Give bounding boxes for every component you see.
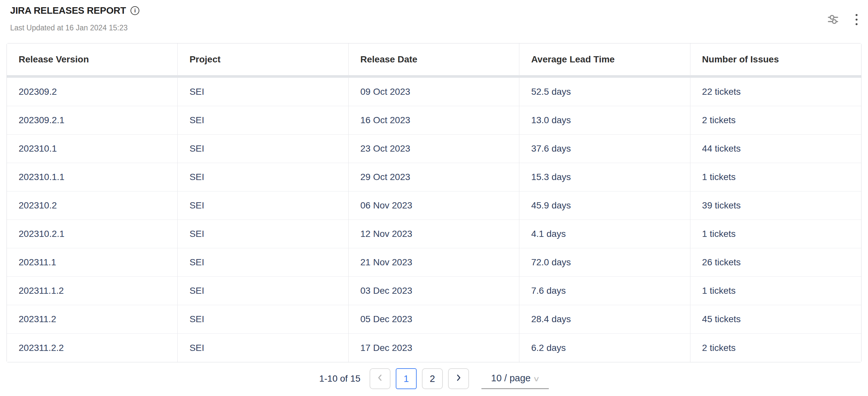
chevron-right-icon: [455, 373, 462, 384]
table-cell: 13.0 days: [519, 106, 690, 135]
table-body: 202309.2SEI09 Oct 202352.5 days22 ticket…: [7, 78, 861, 362]
table-cell: SEI: [178, 305, 348, 334]
table-cell: 1 tickets: [690, 220, 861, 248]
table-row: 202310.1.1SEI29 Oct 202315.3 days1 ticke…: [7, 163, 861, 192]
table-cell: 39 tickets: [690, 192, 861, 220]
table-cell: SEI: [178, 163, 348, 192]
table-cell: 202310.2.1: [7, 220, 178, 248]
table-row: 202310.2.1SEI12 Nov 20234.1 days1 ticket…: [7, 220, 861, 248]
table-cell: 52.5 days: [519, 78, 690, 106]
table-cell: 23 Oct 2023: [349, 135, 519, 163]
table-cell: 202311.2.2: [7, 334, 178, 362]
column-header-average-lead-time: Average Lead Time: [519, 43, 690, 78]
page-title: JIRA RELEASES REPORT: [10, 5, 126, 16]
table-cell: 1 tickets: [690, 277, 861, 305]
table-cell: SEI: [178, 192, 348, 220]
table-cell: 202310.2: [7, 192, 178, 220]
sliders-icon: [828, 14, 839, 26]
pagination-page-2-button[interactable]: 2: [422, 368, 443, 389]
table-cell: 28.4 days: [519, 305, 690, 334]
widget-actions: [828, 13, 860, 26]
table-cell: 202311.2: [7, 305, 178, 334]
table-cell: SEI: [178, 78, 348, 106]
page-size-label: 10 / page: [491, 373, 531, 384]
table-cell: 06 Nov 2023: [349, 192, 519, 220]
table-cell: 202311.1: [7, 248, 178, 277]
table-cell: 2 tickets: [690, 334, 861, 362]
table-cell: 37.6 days: [519, 135, 690, 163]
table-cell: 45 tickets: [690, 305, 861, 334]
table-cell: 15.3 days: [519, 163, 690, 192]
table-cell: 1 tickets: [690, 163, 861, 192]
column-header-release-version: Release Version: [7, 43, 178, 78]
table-cell: 72.0 days: [519, 248, 690, 277]
table-cell: 7.6 days: [519, 277, 690, 305]
table-cell: 2 tickets: [690, 106, 861, 135]
kebab-dot: [856, 19, 858, 21]
last-updated-label: Last Updated at 16 Jan 2024 15:23: [10, 24, 128, 32]
column-header-number-of-issues: Number of Issues: [690, 43, 861, 78]
report-header: JIRA RELEASES REPORT i: [10, 5, 139, 16]
table-row: 202309.2.1SEI16 Oct 202313.0 days2 ticke…: [7, 106, 861, 135]
table-cell: SEI: [178, 106, 348, 135]
chevron-down-icon: ∨: [533, 375, 540, 383]
table-cell: 05 Dec 2023: [349, 305, 519, 334]
table-cell: 29 Oct 2023: [349, 163, 519, 192]
chevron-left-icon: [376, 373, 384, 384]
releases-table-container: Release Version Project Release Date Ave…: [6, 43, 862, 362]
info-icon[interactable]: i: [130, 6, 139, 15]
table-cell: SEI: [178, 220, 348, 248]
pagination-range-label: 1-10 of 15: [319, 373, 361, 384]
column-header-project: Project: [178, 43, 348, 78]
table-row: 202310.1SEI23 Oct 202337.6 days44 ticket…: [7, 135, 861, 163]
table-cell: 202310.1.1: [7, 163, 178, 192]
table-cell: SEI: [178, 277, 348, 305]
table-cell: 12 Nov 2023: [349, 220, 519, 248]
table-cell: SEI: [178, 248, 348, 277]
table-cell: 09 Oct 2023: [349, 78, 519, 106]
table-header-row: Release Version Project Release Date Ave…: [7, 43, 861, 78]
table-row: 202310.2SEI06 Nov 202345.9 days39 ticket…: [7, 192, 861, 220]
table-cell: 4.1 days: [519, 220, 690, 248]
pagination: 1-10 of 15 1 2 10 / page ∨: [0, 368, 868, 389]
table-cell: 03 Dec 2023: [349, 277, 519, 305]
table-cell: SEI: [178, 334, 348, 362]
pagination-next-button[interactable]: [448, 368, 469, 389]
table-row: 202311.2SEI05 Dec 202328.4 days45 ticket…: [7, 305, 861, 334]
column-header-release-date: Release Date: [349, 43, 519, 78]
table-row: 202311.1.2SEI03 Dec 20237.6 days1 ticket…: [7, 277, 861, 305]
table-cell: 21 Nov 2023: [349, 248, 519, 277]
page-size-select[interactable]: 10 / page ∨: [482, 368, 549, 389]
table-cell: 202311.1.2: [7, 277, 178, 305]
releases-table: Release Version Project Release Date Ave…: [7, 43, 861, 362]
table-row: 202311.2.2SEI17 Dec 20236.2 days2 ticket…: [7, 334, 861, 362]
table-cell: 44 tickets: [690, 135, 861, 163]
table-cell: 6.2 days: [519, 334, 690, 362]
pagination-prev-button[interactable]: [370, 368, 391, 389]
table-cell: 202309.2: [7, 78, 178, 106]
table-cell: SEI: [178, 135, 348, 163]
table-cell: 202309.2.1: [7, 106, 178, 135]
kebab-dot: [856, 14, 858, 16]
table-cell: 45.9 days: [519, 192, 690, 220]
table-row: 202309.2SEI09 Oct 202352.5 days22 ticket…: [7, 78, 861, 106]
settings-sliders-button[interactable]: [828, 14, 839, 26]
table-cell: 17 Dec 2023: [349, 334, 519, 362]
kebab-dot: [856, 23, 858, 25]
kebab-menu-icon[interactable]: [854, 13, 860, 26]
table-cell: 16 Oct 2023: [349, 106, 519, 135]
table-cell: 26 tickets: [690, 248, 861, 277]
pagination-page-1-button[interactable]: 1: [396, 368, 417, 389]
table-cell: 202310.1: [7, 135, 178, 163]
table-row: 202311.1SEI21 Nov 202372.0 days26 ticket…: [7, 248, 861, 277]
table-cell: 22 tickets: [690, 78, 861, 106]
